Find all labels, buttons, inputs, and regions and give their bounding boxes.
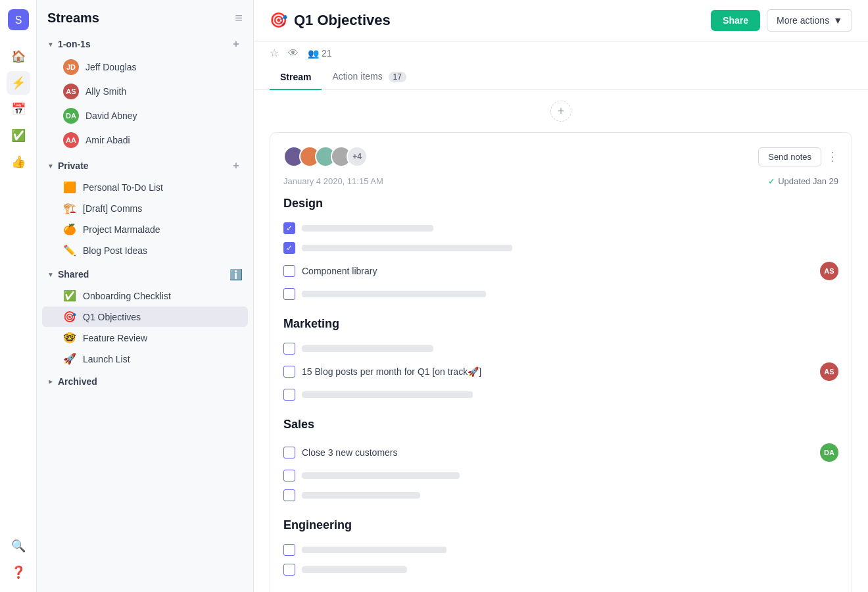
checkbox-d4[interactable] — [283, 288, 295, 300]
search-icon[interactable]: 🔍 — [7, 534, 30, 558]
tab-stream-label: Stream — [280, 72, 311, 82]
feedback-icon[interactable]: 👍 — [7, 150, 30, 174]
section-1on1s-header[interactable]: ▼ 1-on-1s + — [37, 34, 253, 55]
note-meta: January 4 2020, 11:15 AM ✓ Updated Jan 2… — [283, 176, 838, 186]
checkbox-d2[interactable] — [283, 242, 295, 254]
share-button[interactable]: Share — [711, 10, 760, 31]
checkbox-d3[interactable] — [283, 265, 295, 277]
sidebar-item-ally[interactable]: AS Ally Smith — [42, 80, 248, 103]
marmalade-emoji: 🍊 — [63, 223, 76, 235]
viewers-icon: 👥 — [308, 48, 319, 59]
check-item-m3 — [283, 385, 838, 405]
main-title: Q1 Objectives — [294, 12, 391, 29]
sidebar-item-blog[interactable]: ✏️ Blog Post Ideas — [42, 240, 248, 260]
send-notes-button[interactable]: Send notes — [758, 147, 821, 166]
checkbox-e2[interactable] — [283, 564, 295, 576]
note-date: January 4 2020, 11:15 AM — [283, 176, 383, 186]
sidebar-item-comms[interactable]: 🏗️ [Draft] Comms — [42, 198, 248, 218]
item-text-s1: Close 3 new customers — [302, 447, 813, 458]
sidebar-item-launch[interactable]: 🚀 Launch List — [42, 349, 248, 369]
sidebar-item-blog-label: Blog Post Ideas — [83, 245, 147, 256]
comms-emoji: 🏗️ — [63, 202, 76, 214]
help-icon[interactable]: ❓ — [7, 560, 30, 584]
sidebar-item-david[interactable]: DA David Abney — [42, 104, 248, 128]
section-engineering: Engineering — [283, 518, 838, 580]
add-row: + — [270, 90, 852, 132]
check-item-e1 — [283, 540, 838, 560]
item-text-d3: Component library — [302, 266, 813, 276]
checkbox-s2[interactable] — [283, 470, 295, 481]
section-shared: ▼ Shared ℹ️ ✅ Onboarding Checklist 🎯 Q1 … — [37, 264, 253, 370]
main-meta: ☆ 👁 👥 21 — [254, 41, 868, 59]
sidebar-title: Streams — [47, 11, 99, 26]
streams-icon[interactable]: ⚡ — [7, 71, 30, 95]
viewer-count: 👥 21 — [308, 48, 332, 59]
item-bar-d1 — [302, 225, 433, 232]
tab-action-items-label: Action items — [332, 71, 382, 82]
section-shared-info[interactable]: ℹ️ — [229, 268, 243, 281]
item-avatar-s1: DA — [820, 443, 838, 462]
onboarding-emoji: ✅ — [63, 289, 76, 302]
checkbox-s1[interactable] — [283, 447, 295, 458]
item-bar-m1 — [302, 345, 433, 352]
sidebar-item-launch-label: Launch List — [83, 354, 130, 364]
sidebar-item-q1[interactable]: 🎯 Q1 Objectives — [42, 307, 248, 327]
section-shared-header[interactable]: ▼ Shared ℹ️ — [37, 264, 253, 285]
section-archived-label: Archived — [58, 376, 97, 387]
star-icon[interactable]: ☆ — [270, 47, 279, 59]
icon-rail: S 🏠 ⚡ 📅 ✅ 👍 🔍 ❓ — [0, 0, 37, 592]
main-header: 🎯 Q1 Objectives Share More actions ▼ — [254, 0, 868, 41]
sidebar-menu-icon[interactable]: ≡ — [235, 11, 243, 26]
sidebar-item-amir[interactable]: AA Amir Abadi — [42, 128, 248, 152]
section-shared-label: Shared — [58, 269, 89, 280]
sidebar-item-todo[interactable]: 🟧 Personal To-Do List — [42, 177, 248, 197]
sidebar-item-jeff[interactable]: JD Jeff Douglas — [42, 55, 248, 79]
section-archived-header[interactable]: ▼ Archived — [37, 372, 253, 391]
viewer-count-value: 21 — [322, 48, 332, 59]
avatar-ally: AS — [63, 84, 79, 99]
main-header-left: 🎯 Q1 Objectives — [270, 12, 391, 29]
feature-emoji: 🤓 — [63, 332, 76, 344]
avatar-jeff: JD — [63, 59, 79, 75]
item-bar-e1 — [302, 547, 446, 553]
sidebar: Streams ≡ ▼ 1-on-1s + JD Jeff Douglas AS… — [37, 0, 254, 592]
section-private-header[interactable]: ▼ Private + — [37, 155, 253, 176]
sidebar-item-marmalade[interactable]: 🍊 Project Marmalade — [42, 219, 248, 239]
stream-content: + +4 Send notes ⋮ January 4 2020, 1 — [254, 90, 868, 592]
checkbox-m1[interactable] — [283, 343, 295, 355]
check-item-s2 — [283, 466, 838, 485]
check-item-d1 — [283, 218, 838, 238]
checkbox-m3[interactable] — [283, 389, 295, 401]
note-more-icon[interactable]: ⋮ — [827, 149, 838, 164]
tab-action-items[interactable]: Action items 17 — [322, 64, 417, 90]
check-item-s1: Close 3 new customers DA — [283, 439, 838, 466]
note-avatar-more: +4 — [347, 146, 368, 167]
checkbox-d1[interactable] — [283, 222, 295, 234]
section-engineering-title: Engineering — [283, 518, 838, 532]
tasks-icon[interactable]: ✅ — [7, 124, 30, 147]
item-text-m2: 15 Blog posts per month for Q1 [on track… — [302, 366, 813, 377]
sidebar-item-comms-label: [Draft] Comms — [83, 203, 142, 214]
more-actions-button[interactable]: More actions ▼ — [767, 9, 852, 32]
eye-icon[interactable]: 👁 — [288, 47, 299, 59]
calendar-icon[interactable]: 📅 — [7, 97, 30, 121]
section-private-add[interactable]: + — [229, 159, 243, 172]
checkbox-m2[interactable] — [283, 366, 295, 378]
home-icon[interactable]: 🏠 — [7, 45, 30, 68]
tab-stream[interactable]: Stream — [270, 65, 322, 90]
section-design-title: Design — [283, 197, 838, 210]
header-actions: Share More actions ▼ — [711, 9, 852, 32]
section-sales-title: Sales — [283, 418, 838, 432]
add-circle-button[interactable]: + — [550, 101, 571, 122]
app-logo[interactable]: S — [7, 8, 30, 32]
checkbox-e1[interactable] — [283, 544, 295, 556]
checkbox-s3[interactable] — [283, 489, 295, 501]
section-1on1s-add[interactable]: + — [229, 37, 243, 51]
chevron-down-icon: ▼ — [47, 41, 54, 48]
sidebar-item-feature[interactable]: 🤓 Feature Review — [42, 328, 248, 348]
section-marketing: Marketing 15 Blog posts per month for Q1… — [283, 317, 838, 405]
item-bar-e2 — [302, 566, 407, 573]
action-items-badge: 17 — [389, 72, 406, 82]
sidebar-item-onboarding[interactable]: ✅ Onboarding Checklist — [42, 285, 248, 306]
note-updated-text: Updated Jan 29 — [778, 176, 838, 186]
